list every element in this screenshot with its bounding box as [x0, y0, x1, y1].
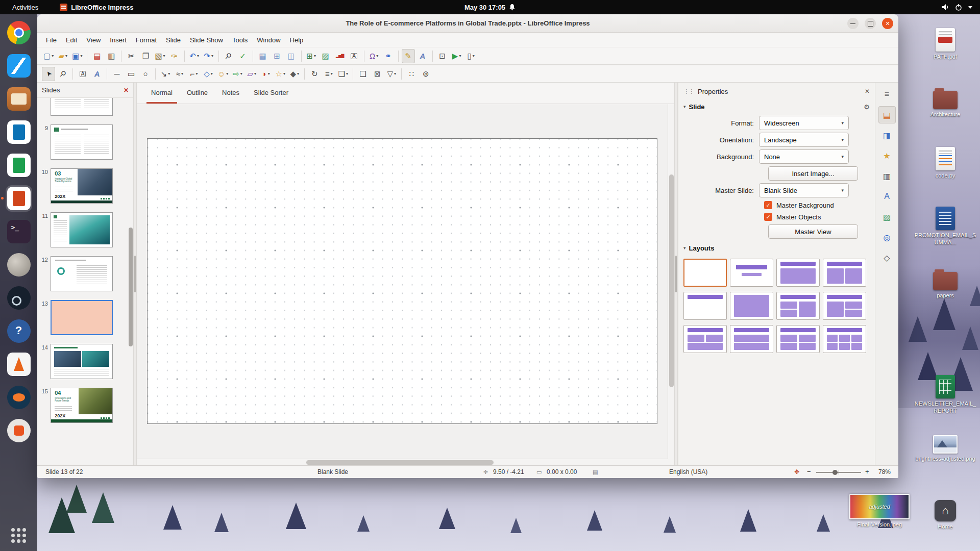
block-arrows-icon[interactable]: ⇨▾ — [231, 67, 244, 81]
sidebar-tab-shapes-icon[interactable]: ◇ — [878, 249, 896, 266]
activities-button[interactable]: Activities — [8, 2, 42, 13]
view-tab-notes[interactable]: Notes — [215, 83, 247, 104]
dock-icon-chrome[interactable] — [6, 19, 32, 46]
close-icon[interactable]: ✕ — [124, 87, 129, 94]
clone-formatting-icon[interactable]: ✑ — [168, 49, 181, 63]
desktop-icon-newsletter-email-report[interactable]: NEWSLETTER_EMAIL_REPORT — [914, 375, 977, 415]
find-and-replace-icon[interactable]: ⚲ — [222, 49, 235, 63]
splitter-grip[interactable] — [134, 256, 136, 292]
status-language[interactable]: English (USA) — [669, 468, 707, 475]
desktop-icon-papers[interactable]: papers — [914, 268, 977, 299]
dock-icon-help[interactable] — [6, 318, 32, 344]
select-icon[interactable]: ➤ — [42, 67, 55, 81]
desktop-icon-brightness-adjusted-png[interactable]: brightness-adjusted.png — [914, 431, 977, 463]
sidebar-tab-sidebar-settings-icon[interactable]: ≡ — [878, 86, 896, 103]
close-button[interactable] — [882, 18, 893, 29]
save-icon[interactable]: ▣▾ — [70, 49, 84, 63]
close-sidebar-deck-icon[interactable]: ✕ — [865, 88, 870, 95]
insert-chart-icon[interactable]: ▂▅▇ — [333, 49, 347, 63]
fit-slide-icon[interactable]: ✥ — [794, 468, 799, 475]
menu-slide[interactable]: Slide — [161, 34, 185, 46]
slide-page[interactable] — [147, 138, 657, 424]
undo-icon[interactable]: ↶▾ — [188, 49, 201, 63]
paste-icon[interactable]: ▧▾ — [153, 49, 166, 63]
export-pdf-icon[interactable]: ▤ — [90, 49, 104, 63]
menu-file[interactable]: File — [41, 34, 61, 46]
layout-title-content-2content[interactable] — [823, 292, 866, 320]
view-tab-slide-sorter[interactable]: Slide Sorter — [247, 83, 296, 104]
zoom-pan-icon[interactable]: ⚲ — [56, 67, 69, 81]
menu-slide-show[interactable]: Slide Show — [185, 34, 228, 46]
master-slide-select[interactable]: Blank Slide ▾ — [759, 183, 849, 197]
dock-icon-terminal[interactable] — [6, 218, 32, 245]
layout-centered-text[interactable] — [730, 292, 773, 320]
layout-title-2content[interactable] — [823, 259, 866, 287]
3d-objects-icon[interactable]: ◆▾ — [288, 67, 301, 81]
dock-icon-impress[interactable] — [6, 185, 32, 212]
fontwork-icon[interactable]: A — [416, 49, 429, 63]
menu-window[interactable]: Window — [252, 34, 285, 46]
open-file-icon[interactable]: ▰▾ — [56, 49, 69, 63]
layout-title-only[interactable] — [683, 292, 727, 320]
filter-icon[interactable]: ▽▾ — [385, 67, 398, 81]
dock-icon-steam[interactable] — [6, 285, 32, 311]
insert-table-icon[interactable]: ⊞▾ — [305, 49, 318, 63]
zoom-slider-handle[interactable] — [832, 470, 838, 475]
desktop-icon-home[interactable]: ⌂Home — [914, 500, 977, 531]
title-bar[interactable]: The Role of E-commerce Platforms in Glob… — [37, 14, 898, 33]
dock-icon-writer[interactable] — [6, 119, 32, 145]
redo-icon[interactable]: ↷▾ — [202, 49, 215, 63]
rectangle-icon[interactable]: ▭ — [125, 67, 138, 81]
view-tab-outline[interactable]: Outline — [180, 83, 215, 104]
sidebar-tab-styles-icon[interactable]: A — [878, 188, 896, 205]
layout-title-content-over-content[interactable] — [730, 325, 773, 353]
connectors-icon[interactable]: ⌐▾ — [187, 67, 201, 81]
maximize-button[interactable] — [865, 18, 876, 29]
gear-icon[interactable]: ⚙ — [864, 103, 870, 111]
rotate-icon[interactable]: ↻ — [308, 67, 321, 81]
slide-section-header[interactable]: ▾ Slide ⚙ — [678, 100, 875, 113]
shadow-icon[interactable]: ❑ — [356, 67, 370, 81]
sidebar-tab-properties-icon[interactable]: ▤ — [878, 106, 896, 123]
insert-image-button[interactable]: Insert Image... — [768, 166, 858, 181]
view-tab-normal[interactable]: Normal — [144, 83, 180, 104]
slide-thumbnail-11[interactable]: 11 — [40, 212, 126, 247]
status-master-slide[interactable]: Blank Slide — [317, 468, 348, 475]
splitter-grip[interactable] — [675, 256, 677, 292]
dock-icon-software[interactable] — [6, 417, 32, 444]
copy-icon[interactable]: ❐ — [139, 49, 152, 63]
slide-thumbnail-12[interactable]: 12 — [40, 256, 126, 291]
slide-thumbnail-14[interactable]: 14 — [40, 344, 126, 379]
callout-shapes-icon[interactable]: ◗▾ — [259, 67, 273, 81]
lines-and-arrows-icon[interactable]: ↘▾ — [159, 67, 172, 81]
insert-special-character-icon[interactable]: Ω▾ — [368, 49, 381, 63]
insert-hyperlink-icon[interactable]: ⚭ — [382, 49, 395, 63]
status-zoom-percent[interactable]: 78% — [878, 468, 891, 475]
show-draw-functions-icon[interactable]: ✎ — [402, 49, 415, 63]
sidebar-tab-animation-icon[interactable]: ★ — [878, 147, 896, 164]
glue-points-icon[interactable]: ⊚ — [419, 67, 432, 81]
menu-tools[interactable]: Tools — [228, 34, 252, 46]
vertical-scrollbar[interactable] — [668, 104, 674, 459]
layout-title-2content-over-content[interactable] — [683, 325, 727, 353]
new-document-icon[interactable]: ▢▾ — [42, 49, 55, 63]
desktop-icon-architecture[interactable]: Architecture — [914, 87, 977, 118]
desktop-icon-code-py[interactable]: code.py — [914, 147, 977, 180]
master-view-button[interactable]: Master View — [768, 224, 858, 239]
dock-icon-files[interactable] — [6, 86, 32, 112]
master-background-checkbox[interactable]: ✓ Master Background — [764, 200, 875, 210]
orientation-select[interactable]: Landscape ▾ — [759, 133, 849, 147]
print-icon[interactable]: ▥ — [105, 49, 118, 63]
dock-icon-gimp[interactable] — [6, 252, 32, 278]
minimize-button[interactable] — [847, 18, 859, 29]
symbol-shapes-icon[interactable]: ☺▾ — [216, 67, 230, 81]
menu-view[interactable]: View — [82, 34, 105, 46]
clock-menu[interactable]: May 30 17:05 — [464, 4, 516, 11]
horizontal-scrollbar[interactable] — [137, 459, 668, 465]
app-grid-button[interactable] — [11, 528, 26, 543]
crop-image-icon[interactable]: ⊠ — [371, 67, 384, 81]
edit-points-icon[interactable]: ∷ — [405, 67, 418, 81]
master-slide-icon[interactable]: ⊡ — [436, 49, 449, 63]
snap-to-grid-icon[interactable]: ⊞ — [271, 49, 284, 63]
zoom-slider[interactable] — [816, 472, 861, 473]
